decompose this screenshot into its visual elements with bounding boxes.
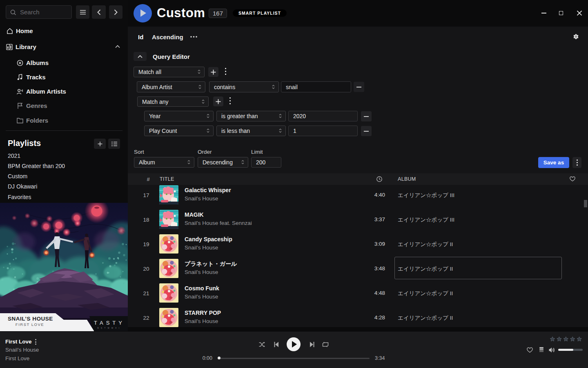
svg-text:TASTY: TASTY [94, 320, 125, 326]
svg-text:FIRST LOVE: FIRST LOVE [16, 322, 44, 327]
svg-text:SNAIL’S HOUSE: SNAIL’S HOUSE [8, 316, 53, 322]
svg-text:BSTMMXI: BSTMMXI [97, 327, 121, 329]
